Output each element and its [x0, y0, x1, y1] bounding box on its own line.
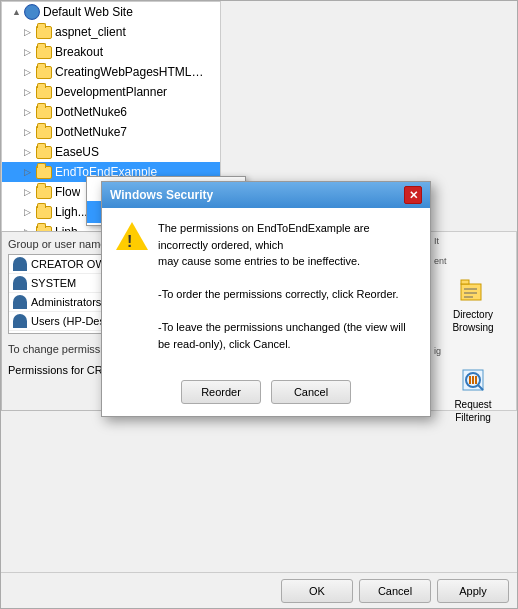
user-icon [13, 314, 27, 328]
request-filtering-item[interactable]: RequestFiltering [434, 364, 512, 424]
user-icon [13, 276, 27, 290]
folder-icon [36, 144, 52, 160]
dialog-cancel-button[interactable]: Cancel [271, 380, 351, 404]
right-panel-label-ent: ent [434, 256, 512, 266]
tree-item-breakout[interactable]: ▷ Breakout [2, 42, 220, 62]
tree-toggle-root[interactable]: ▲ [12, 7, 22, 17]
dialog-message: The permissions on EndToEndExample are i… [158, 220, 416, 352]
directory-browsing-item[interactable]: DirectoryBrowsing [434, 274, 512, 334]
folder-icon [36, 64, 52, 80]
toggle: ▷ [24, 187, 34, 197]
folder-icon [36, 124, 52, 140]
dialog-close-button[interactable]: ✕ [404, 186, 422, 204]
directory-browsing-label: DirectoryBrowsing [452, 308, 493, 334]
svg-rect-1 [461, 280, 469, 284]
toggle: ▷ [24, 167, 34, 177]
dialog-buttons: Reorder Cancel [102, 372, 430, 416]
main-window: ▲ Default Web Site ▷ aspnet_client ▷ Bre… [0, 0, 518, 609]
folder-icon [36, 104, 52, 120]
tree-item-label: EaseUS [55, 145, 99, 159]
tree-root[interactable]: ▲ Default Web Site [2, 2, 220, 22]
tree-item-label: DotNetNuke7 [55, 125, 127, 139]
tree-item-aspnet[interactable]: ▷ aspnet_client [2, 22, 220, 42]
right-panel-label-it: It [434, 236, 512, 246]
ok-button[interactable]: OK [281, 579, 353, 603]
toggle: ▷ [24, 87, 34, 97]
request-filtering-icon [457, 364, 489, 396]
toggle: ▷ [24, 107, 34, 117]
tree-item-label: DotNetNuke6 [55, 105, 127, 119]
tree-item-label: Flow [55, 185, 80, 199]
folder-icon [36, 44, 52, 60]
right-panel: It ent DirectoryBrowsing ig [429, 231, 517, 411]
tree-item-label: Ligh... [55, 205, 88, 219]
globe-icon [24, 4, 40, 20]
toggle: ▷ [24, 147, 34, 157]
tree-item-creatingweb[interactable]: ▷ CreatingWebPagesHTMLClient [2, 62, 220, 82]
right-panel-label-ig: ig [434, 346, 512, 356]
user-icon [13, 257, 27, 271]
toggle: ▷ [24, 27, 34, 37]
dialog-body: The permissions on EndToEndExample are i… [102, 208, 430, 372]
folder-icon [36, 184, 52, 200]
user-icon [13, 295, 27, 309]
tree-root-label: Default Web Site [43, 5, 133, 19]
toggle: ▷ [24, 47, 34, 57]
tree-item-dotnetnuke6[interactable]: ▷ DotNetNuke6 [2, 102, 220, 122]
folder-icon [36, 24, 52, 40]
security-dialog: Windows Security ✕ The permissions on En… [101, 181, 431, 417]
tree-item-label: DevelopmentPlanner [55, 85, 167, 99]
tree-item-label: aspnet_client [55, 25, 126, 39]
tree-item-dotnetnuke7[interactable]: ▷ DotNetNuke7 [2, 122, 220, 142]
reorder-button[interactable]: Reorder [181, 380, 261, 404]
dialog-title: Windows Security [110, 188, 213, 202]
request-filtering-label: RequestFiltering [454, 398, 491, 424]
toggle: ▷ [24, 127, 34, 137]
toggle: ▷ [24, 207, 34, 217]
folder-icon [36, 204, 52, 220]
tree-item-devplanner[interactable]: ▷ DevelopmentPlanner [2, 82, 220, 102]
toggle: ▷ [24, 67, 34, 77]
dialog-titlebar: Windows Security ✕ [102, 182, 430, 208]
svg-rect-0 [461, 284, 481, 300]
folder-icon [36, 84, 52, 100]
bottom-bar: OK Cancel Apply [1, 572, 518, 608]
tree-item-easeus[interactable]: ▷ EaseUS [2, 142, 220, 162]
folder-icon [36, 164, 52, 180]
tree-item-label: CreatingWebPagesHTMLClient [55, 65, 205, 79]
cancel-button[interactable]: Cancel [359, 579, 431, 603]
directory-browsing-icon [457, 274, 489, 306]
warning-icon [116, 220, 148, 252]
tree-item-label: Breakout [55, 45, 103, 59]
apply-button[interactable]: Apply [437, 579, 509, 603]
